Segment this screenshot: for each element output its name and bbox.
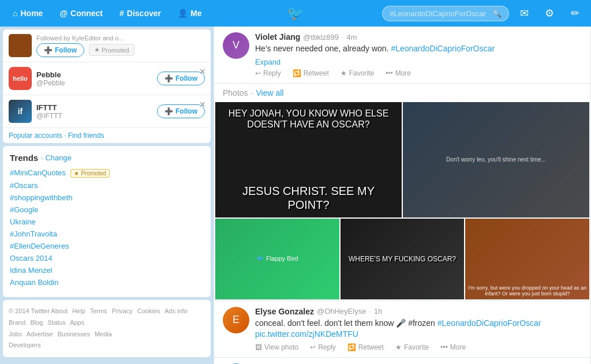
elyse-more-button[interactable]: ••• More [440,343,466,351]
footer-media[interactable]: Media [95,331,112,337]
follow-suggestions: Followed by KyleEditor and o... ➕ Follow… [3,29,211,143]
footer-advertise[interactable]: Advertise [27,331,53,337]
settings-button[interactable]: ⚙ [539,3,560,24]
photo-redhead[interactable]: I'm sorry, but were you dropped on your … [465,219,589,299]
home-icon: ⌂ [13,9,17,18]
photos-header: Photos · View all [214,84,590,102]
elyse-tweet-header: Elyse Gonzalez @OhHeyElyse · 1h [255,307,582,316]
dot-photos: · [251,88,253,97]
violet-tweet-text: He's never needed one, already won. #Leo… [255,43,582,55]
trend-item-5: Ukraine [10,217,204,226]
elyse-hashtag2[interactable]: #LeonardoDiCaprioForOscar [437,318,541,328]
trend-link-10[interactable]: Anquan Boldin [10,278,59,287]
footer-blog[interactable]: Blog [30,319,43,326]
trend-link-6[interactable]: #JohnTravolta [10,230,57,238]
nav-discover[interactable]: # Discover [113,4,168,22]
ifttt-handle: @IFTTT [36,112,152,120]
trend-item-6: #JohnTravolta [10,230,204,238]
elyse-favorite-button[interactable]: ★ Favorite [395,343,429,351]
messages-button[interactable]: ✉ [514,3,534,24]
violet-retweet-button[interactable]: 🔁 Retweet [293,69,329,77]
follow-item-promoted: Followed by KyleEditor and o... ➕ Follow… [3,29,211,62]
promoted-badge: ★ Promoted [89,44,134,56]
search-bar[interactable]: 🔍 [382,6,509,21]
footer-privacy[interactable]: Privacy [112,307,133,314]
violet-time: 4m [347,33,357,42]
footer-businesses[interactable]: Businesses [58,331,90,337]
popular-accounts-link[interactable]: Popular accounts [9,132,62,140]
footer-copyright: © 2014 Twitter [9,307,50,314]
footer-about[interactable]: About [51,307,68,314]
tweet-violet: V Violet Jiang @tbklz899 · 4m He's never… [214,27,590,84]
follow-button-ifttt[interactable]: ➕ Follow [157,104,205,118]
elyse-link[interactable]: pic.twitter.com/zjNKDeMTFU [255,329,358,339]
trend-item-1: #MiniCanQuotes ★ Promoted [10,168,204,178]
trend-item-7: #EllenDeGeneres [10,242,204,250]
violet-tweet-actions: ↩ Reply 🔁 Retweet ★ Favorite ••• More [255,69,582,77]
follow-plus-icon: ➕ [44,46,53,54]
photos-label: Photos [223,88,248,97]
main-layout: Followed by KyleEditor and o... ➕ Follow… [0,27,591,364]
footer-brand[interactable]: Brand [9,319,25,326]
meme-bottom-text: JESUS CHRIST. SEE MY POINT? [221,184,396,212]
photo-main-meme[interactable]: HEY JONAH, YOU KNOW WHO ELSE DOESN'T HAV… [215,102,402,217]
follow-button-promoted[interactable]: ➕ Follow [36,43,84,57]
trend-link-9[interactable]: Idina Menzel [10,266,53,275]
promoted-star-icon: ★ [74,170,79,177]
violet-favorite-button[interactable]: ★ Favorite [341,69,374,77]
compose-button[interactable]: ✏ [564,3,585,24]
trend-link-2[interactable]: #Oscars [10,181,38,190]
violet-reply-button[interactable]: ↩ Reply [255,69,281,77]
violet-hashtag[interactable]: #LeonardoDiCaprioForOscar [391,44,495,53]
nav-me[interactable]: 👤 Me [171,4,208,22]
violet-expand[interactable]: Expand [255,58,582,66]
trend-item-4: #Google [10,205,204,214]
elyse-view-photo[interactable]: 🖼 View photo [255,343,298,351]
nav-connect[interactable]: @ Connect [53,4,110,22]
nav-connect-label: Connect [70,9,103,18]
elyse-avatar: E [223,307,249,333]
footer-help[interactable]: Help [72,307,85,314]
trend-link-5[interactable]: Ukraine [10,217,36,226]
trend-link-8[interactable]: Oscars 2014 [10,254,53,262]
footer-cookies[interactable]: Cookies [137,307,160,314]
trends-title: Trends [10,153,38,163]
promoted-avatar [9,34,32,57]
photo-side[interactable]: Don't worry leo, you'll shine next time.… [403,102,589,217]
footer-developers[interactable]: Developers [9,342,41,348]
tweet-nathan: N Nathan Fisher @NathanFishey · 1h I sti… [214,358,590,364]
view-all-link[interactable]: View all [256,88,283,97]
elyse-retweet-button[interactable]: 🔁 Retweet [347,343,384,351]
follow-label-promoted: Follow [55,46,77,54]
trend-link-1[interactable]: #MiniCanQuotes [10,168,66,177]
close-ifttt-button[interactable]: ✕ [199,100,206,109]
oscar-text: WHERE'S MY FUCKING OSCAR? [346,252,459,266]
find-friends-link[interactable]: Find friends [68,132,104,140]
photo-oscar[interactable]: WHERE'S MY FUCKING OSCAR? [341,219,465,299]
nav-home[interactable]: ⌂ Home [6,4,50,22]
violet-tweet-header: Violet Jiang @tbklz899 · 4m [255,32,582,42]
footer-ads-info[interactable]: Ads info [164,307,188,314]
close-pebble-button[interactable]: ✕ [199,67,206,76]
footer-terms[interactable]: Terms [90,307,107,314]
trend-item-8: Oscars 2014 [10,254,204,262]
dot-sep: · [64,132,68,140]
person-icon: 👤 [178,9,188,18]
footer-apps[interactable]: Apps [70,319,84,326]
search-icon: 🔍 [492,9,502,18]
trend-link-7[interactable]: #EllenDeGeneres [10,242,69,250]
follow-button-pebble[interactable]: ➕ Follow [157,72,205,85]
footer-jobs[interactable]: Jobs [9,331,22,337]
tweet-elyse: E Elyse Gonzalez @OhHeyElyse · 1h concea… [214,301,590,358]
trend-link-3[interactable]: #shoppingwithbeth [10,193,72,202]
footer-status[interactable]: Status [48,319,66,326]
trend-link-4[interactable]: #Google [10,205,38,214]
violet-tweet-content: Violet Jiang @tbklz899 · 4m He's never n… [255,32,582,77]
trend-promoted-label: Promoted [81,170,106,177]
elyse-reply-button[interactable]: ↩ Reply [310,343,336,351]
trends-change-link[interactable]: · Change [41,153,72,162]
elyse-tweet-text: conceal. don't feel. don't let them know… [255,318,582,340]
photo-flappy-bird[interactable]: 🐦 Flappy Bird [215,219,339,299]
search-input[interactable] [390,9,489,18]
violet-more-button[interactable]: ••• More [386,69,411,77]
